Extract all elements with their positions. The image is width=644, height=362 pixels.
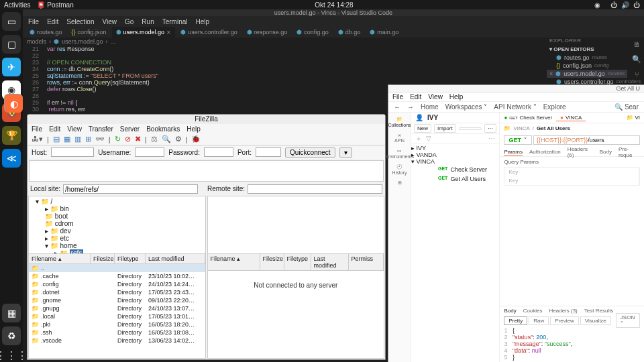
vscode-tab[interactable]: {}config.json <box>68 27 111 38</box>
filezilla-local-tree[interactable]: ▾ 📁 /▸ 📁 bin 📁 boot 📁 cdrom▸ 📁 dev▸ 📁 et… <box>29 196 205 254</box>
vscode-menu-item[interactable]: Selection <box>66 18 94 25</box>
list-row[interactable]: 📁.pkiDirectory16/05/23 18:20… <box>29 320 205 328</box>
workspace-icon[interactable]: 👤 <box>415 114 423 121</box>
pm-folder-item[interactable]: ▸ IVY <box>411 145 499 152</box>
vscode-menu-item[interactable]: View <box>103 18 117 25</box>
dock-vscode-icon[interactable]: ≪ <box>2 149 21 168</box>
close-icon[interactable]: ✕ <box>166 29 171 36</box>
method-select[interactable]: GET ˅ <box>504 135 532 145</box>
query-params-table[interactable]: Key Key <box>504 167 640 186</box>
input-localsite[interactable] <box>63 184 198 194</box>
pm-menu-item[interactable]: Help <box>449 93 464 101</box>
list-row[interactable]: 📁.gnupgDirectory24/10/23 13:07… <box>29 304 205 312</box>
nav-api[interactable]: API Network ˅ <box>494 103 536 111</box>
pm-req-tab[interactable]: Headers (6) <box>568 146 593 158</box>
activities-button[interactable]: Activities <box>4 1 30 9</box>
input-pass[interactable] <box>204 147 233 157</box>
list-row[interactable]: 📁.sshDirectory16/05/23 18:08… <box>29 328 205 337</box>
pm-side-item[interactable]: 🕘History <box>392 164 407 175</box>
nav-back-icon[interactable]: ← <box>394 103 400 111</box>
explorer-file[interactable]: {} config.json config <box>547 62 627 70</box>
pm-resp-tab[interactable]: Body <box>504 308 516 314</box>
input-remotesite[interactable] <box>248 184 382 194</box>
pm-folder-item[interactable]: ▸ VANDA <box>411 152 499 158</box>
postman-response-body[interactable]: 1 {2 "status": 200,3 "message": "success… <box>500 326 644 362</box>
tree-node[interactable]: ▾ 📁 / <box>30 198 204 205</box>
view-pretty[interactable]: Pretty <box>504 316 527 325</box>
dock-trash-icon[interactable]: ♻ <box>2 326 21 345</box>
dock-postman-icon[interactable]: ◐ <box>4 94 23 113</box>
dock-telegram-icon[interactable]: ✈ <box>2 58 21 76</box>
pm-menu-item[interactable]: File <box>392 93 403 101</box>
opts-icon[interactable]: ⋯ <box>488 135 495 142</box>
pm-resp-tab[interactable]: Headers (3) <box>549 308 578 314</box>
tree-node[interactable]: ▾ 📁 home <box>30 242 204 249</box>
dock-app-icon[interactable]: 🏆 <box>2 126 21 145</box>
pm-req-tab[interactable]: Pre-reque <box>619 146 640 158</box>
vscode-files-icon[interactable]: 🗎 <box>633 40 641 48</box>
list-row[interactable]: 📁.vscodeDirectory13/06/23 14:02… <box>29 337 205 345</box>
vscode-menu-item[interactable]: Help <box>196 18 210 25</box>
tree-node[interactable]: ▸ 📁 refs <box>30 249 204 254</box>
pm-request-item[interactable]: GETGet All Users <box>411 174 499 184</box>
pm-req-tab[interactable]: Body <box>600 149 612 155</box>
filezilla-remote-header[interactable]: Filename ▴ Filesize Filetype Last modifi… <box>208 254 384 271</box>
network-icon[interactable]: ⏻ <box>610 1 617 9</box>
vscode-tab[interactable]: ⬢response.go <box>243 27 292 38</box>
workspace-name[interactable]: IVY <box>427 114 438 121</box>
list-row[interactable]: 📁.dotnetDirectory17/05/23 23:43… <box>29 288 205 296</box>
vscode-menu-item[interactable]: Go <box>125 18 133 25</box>
url-input[interactable]: {{HOST}}:{{PORT}}/users <box>533 135 640 145</box>
vscode-menu-item[interactable]: Run <box>142 18 154 25</box>
fz-menu-item[interactable]: Transfer <box>89 125 113 133</box>
vscode-tab[interactable]: ⬢config.go <box>292 27 333 38</box>
volume-icon[interactable]: 🔊 <box>621 1 629 9</box>
filter-icon[interactable]: ▽ <box>426 135 431 142</box>
quickconnect-dropdown[interactable]: ▾ <box>339 147 352 158</box>
fz-disconnect-icon[interactable]: ✖ <box>135 135 141 143</box>
fz-tool-icon[interactable]: ⚖ <box>151 135 158 143</box>
fz-tool-icon[interactable]: ▥ <box>74 135 81 143</box>
explorer-file[interactable]: ⬢ routes.go routes <box>547 54 627 62</box>
vscode-tab[interactable]: ⬢users.controller.go <box>176 27 241 38</box>
explorer-section[interactable]: ▾ OPEN EDITORS <box>547 45 627 54</box>
view-raw[interactable]: Raw <box>529 316 549 325</box>
dock-files-icon[interactable]: ▭ <box>2 12 21 31</box>
explorer-file[interactable]: × ⬢ users.model.go models <box>547 70 627 78</box>
fz-tool-icon[interactable]: ⊞ <box>85 135 91 143</box>
vscode-tab[interactable]: ⬢routes.go <box>25 27 66 38</box>
tree-node[interactable]: 📁 cdrom <box>30 220 204 227</box>
import-button[interactable]: Import <box>434 124 456 133</box>
vscode-git-icon[interactable]: ⑂ <box>635 70 639 78</box>
filezilla-log[interactable] <box>29 160 384 182</box>
fz-tool-icon[interactable]: ⚙ <box>175 135 182 143</box>
vscode-tab[interactable]: ⬢users.model.go ✕ <box>112 27 176 38</box>
input-port[interactable] <box>256 147 281 157</box>
vscode-tab[interactable]: ⬢main.go <box>366 27 402 38</box>
close-icon[interactable]: × <box>549 70 553 77</box>
pm-menu-item[interactable]: Edit <box>410 93 421 101</box>
fz-cancel-icon[interactable]: ⊘ <box>125 135 131 143</box>
quickconnect-button[interactable]: Quickconnect <box>285 147 335 158</box>
fz-tool-icon[interactable]: ▤ <box>53 135 60 143</box>
more-icon[interactable]: ⋯ <box>484 124 496 133</box>
fz-tool-icon[interactable]: 🐞 <box>191 135 201 143</box>
pm-tab[interactable]: 📁 VI <box>623 115 644 121</box>
nav-home[interactable]: Home <box>421 103 439 111</box>
vscode-menu-item[interactable]: File <box>28 18 39 25</box>
postman-breadcrumb[interactable]: 📁 VINCA/ Get All Users <box>500 123 644 133</box>
fz-menu-item[interactable]: Server <box>120 125 140 133</box>
vscode-search-icon[interactable]: 🔍 <box>632 55 641 64</box>
list-row[interactable]: 📁.cacheDirectory23/10/23 10:02… <box>29 272 205 280</box>
filezilla-local-header[interactable]: Filename ▴ Filesize Filetype Last modifi… <box>29 254 205 264</box>
filezilla-remote-tree[interactable] <box>208 196 384 254</box>
nav-fwd-icon[interactable]: → <box>407 103 414 111</box>
pm-resp-tab[interactable]: Cookies <box>523 308 543 314</box>
topbar-app[interactable]: 📮 Postman <box>37 1 73 9</box>
list-row[interactable]: 📁.configDirectory24/10/23 14:24… <box>29 280 205 288</box>
fz-menu-item[interactable]: Help <box>186 125 201 133</box>
tree-node[interactable]: 📁 boot <box>30 213 204 220</box>
input-host[interactable] <box>51 147 94 157</box>
pm-resp-tab[interactable]: Test Results <box>584 308 614 314</box>
topbar-clock[interactable]: Okt 24 14:28 <box>74 1 595 9</box>
